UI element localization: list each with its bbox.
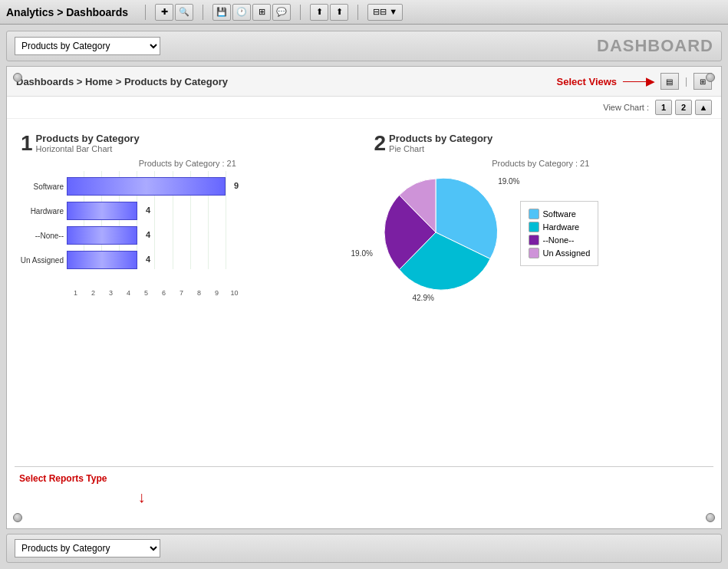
- bar-label-software: Software: [19, 183, 64, 191]
- select-reports-type-label: Select Reports Type: [19, 473, 107, 484]
- pie-label-42: 42.9%: [413, 294, 434, 302]
- bar-row-none: --None-- 4: [67, 223, 354, 248]
- top-report-select[interactable]: Products by Category: [15, 37, 160, 55]
- legend-label-unassigned: Un Assigned: [543, 248, 591, 258]
- toolbar-clock-btn[interactable]: 🕐: [232, 4, 251, 21]
- screw-tl: [13, 73, 22, 82]
- bar-row-hardware: Hardware 4: [67, 199, 354, 223]
- bar-label-none: --None--: [19, 232, 64, 240]
- view-chart-label: View Chart :: [603, 103, 649, 112]
- pie-chart-number: 2: [374, 133, 387, 154]
- x-tick-2: 2: [84, 289, 102, 297]
- bar-value-none: 4: [146, 230, 150, 239]
- pie-label-19-top: 19.0%: [498, 177, 519, 186]
- x-tick-3: 3: [102, 289, 120, 297]
- bar-chart-subtitle: Horizontal Bar Chart: [36, 144, 140, 153]
- top-dropdown-bar: Products by Category DASHBOARD: [6, 31, 722, 61]
- toolbar-separator-2: [203, 5, 203, 20]
- legend-item-none: --None--: [529, 235, 591, 245]
- legend-color-unassigned: [529, 248, 539, 258]
- chart-nav-up[interactable]: ▲: [695, 100, 712, 115]
- x-tick-6: 6: [155, 289, 173, 297]
- legend-label-software: Software: [543, 209, 576, 219]
- view-chart-bar: View Chart : 1 2 ▲: [7, 97, 721, 119]
- breadcrumb: Dashboards > Home > Products by Category: [16, 76, 228, 87]
- toolbar-prev-btn[interactable]: ⬆: [310, 4, 328, 21]
- bar-value-hardware: 4: [146, 206, 150, 215]
- arrow-down-icon: ↓: [137, 488, 145, 506]
- bar-bg-none: 4: [67, 226, 243, 245]
- toolbar-next-btn[interactable]: ⬆: [330, 4, 348, 21]
- bar-fill-none: 4: [67, 226, 137, 245]
- content-area: Products by Category DASHBOARD Dashboard…: [0, 25, 728, 569]
- bar-bg-unassigned: 4: [67, 251, 243, 269]
- view-single-btn[interactable]: ▤: [660, 73, 679, 90]
- legend-color-hardware: [529, 222, 539, 232]
- chart-nav-2[interactable]: 2: [675, 100, 692, 115]
- bar-chart-inner: Software 9 Hardware 4: [21, 171, 354, 288]
- pie-svg-wrapper: 19.0% 19.0% 42.9%: [374, 171, 497, 296]
- legend-item-software: Software: [529, 209, 591, 219]
- pie-chart-total: Products by Category : 21: [374, 159, 708, 168]
- charts-area: 1 Products by Category Horizontal Bar Ch…: [7, 119, 721, 466]
- legend-color-software: [529, 209, 539, 219]
- bottom-bar: Products by Category: [6, 534, 722, 563]
- view-sep: |: [685, 76, 687, 87]
- pie-chart-container: 2 Products by Category Pie Chart Product…: [368, 127, 714, 459]
- x-tick-7: 7: [173, 289, 190, 297]
- legend-label-none: --None--: [543, 235, 575, 245]
- dashboard-label: DASHBOARD: [597, 36, 713, 56]
- toolbar-add-btn[interactable]: ✚: [155, 4, 173, 21]
- bar-chart-number: 1: [21, 133, 33, 154]
- pie-label-19-left: 19.0%: [351, 249, 373, 258]
- legend-item-unassigned: Un Assigned: [529, 248, 591, 258]
- pie-chart-subtitle: Pie Chart: [389, 144, 492, 153]
- legend-item-hardware: Hardware: [529, 222, 591, 232]
- bar-value-software: 9: [234, 181, 239, 190]
- panel-header: Dashboards > Home > Products by Category…: [7, 67, 721, 97]
- main-panel: Dashboards > Home > Products by Category…: [6, 66, 722, 529]
- pie-legend: Software Hardware --None-- Un Assig: [520, 201, 599, 266]
- pie-svg: [374, 171, 497, 294]
- pie-chart-title: Products by Category: [389, 133, 492, 144]
- pie-area: 19.0% 19.0% 42.9% Software Hardware: [374, 171, 708, 296]
- x-tick-5: 5: [137, 289, 155, 297]
- toolbar-btn-group-3: ⬆ ⬆: [310, 4, 348, 21]
- toolbar-chat-btn[interactable]: 💬: [272, 4, 291, 21]
- bar-bg-hardware: 4: [67, 202, 243, 220]
- x-tick-4: 4: [120, 289, 137, 297]
- x-tick-8: 8: [190, 289, 208, 297]
- x-tick-9: 9: [208, 289, 226, 297]
- toolbar-grid-btn[interactable]: ⊞: [252, 4, 271, 21]
- toolbar-btn-group-1: ✚ 🔍: [155, 4, 193, 21]
- chart-nav-1[interactable]: 1: [655, 100, 672, 115]
- legend-label-hardware: Hardware: [543, 222, 580, 232]
- legend-color-none: [529, 235, 539, 245]
- select-views-area: Select Views ───▶ ▤ | ⊞: [557, 73, 712, 90]
- bar-chart-container: 1 Products by Category Horizontal Bar Ch…: [15, 127, 361, 459]
- arrow-right-icon: ───▶: [623, 75, 654, 87]
- toolbar-separator-3: [300, 5, 301, 20]
- arrow-down-wrapper: ↓: [137, 488, 145, 506]
- bar-row-unassigned: Un Assigned 4: [67, 248, 354, 272]
- toolbar-save-btn[interactable]: 💾: [212, 4, 231, 21]
- bar-chart-title: Products by Category: [36, 133, 140, 144]
- x-tick-1: 1: [67, 289, 84, 297]
- bar-fill-hardware: 4: [67, 202, 137, 220]
- toolbar-search-btn[interactable]: 🔍: [175, 4, 193, 21]
- screw-bl: [13, 513, 22, 522]
- toolbar-view-dropdown[interactable]: ⊟⊟ ▼: [367, 4, 403, 21]
- x-tick-10: 10: [226, 289, 243, 297]
- toolbar-separator-4: [357, 5, 358, 20]
- toolbar-btn-group-2: 💾 🕐 ⊞ 💬: [212, 4, 291, 21]
- bar-label-hardware: Hardware: [19, 207, 64, 215]
- bar-label-unassigned: Un Assigned: [19, 256, 64, 265]
- bottom-report-select[interactable]: Products by Category: [15, 539, 160, 557]
- toolbar-separator: [145, 5, 146, 20]
- screw-br: [706, 513, 715, 522]
- bar-chart-total: Products by Category : 21: [21, 159, 354, 168]
- bar-fill-software: 9: [67, 177, 226, 196]
- bar-bg-software: 9: [67, 177, 243, 196]
- bottom-section: Select Reports Type ↓: [7, 467, 721, 528]
- bar-fill-unassigned: 4: [67, 251, 137, 269]
